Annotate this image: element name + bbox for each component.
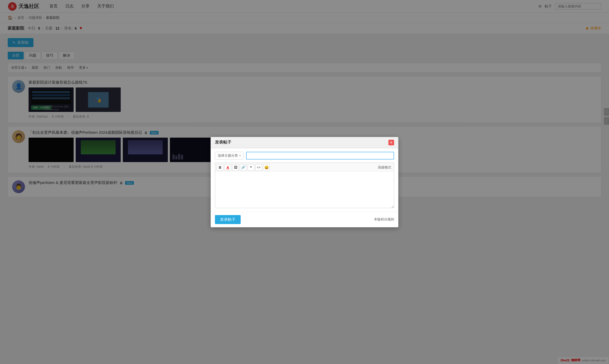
editor-textarea[interactable] [215,172,394,205]
modal-body: 选择主题分类 ▾ B A 🖼 🔗 ❝ [211,148,398,205]
quote-icon: ❝ [250,165,252,170]
category-select[interactable]: 选择主题分类 ▾ [215,152,243,159]
emoji-icon: 😀 [264,165,269,170]
modal-header: 发表帖子 ✕ [211,137,398,148]
toolbar-link-button[interactable]: 🔗 [240,164,247,171]
toolbar-code-button[interactable]: <> [255,164,262,171]
modal-title: 发表帖子 [215,140,231,145]
editor-toolbar: B A 🖼 🔗 ❝ <> 😀 [215,163,394,172]
category-dropdown-icon: ▾ [239,154,241,157]
toolbar-fontcolor-button[interactable]: A [224,164,231,171]
modal-top-row: 选择主题分类 ▾ [215,152,394,159]
link-icon: 🔗 [241,165,245,169]
modal-close-button[interactable]: ✕ [388,140,394,145]
toolbar-image-button[interactable]: 🖼 [232,164,239,171]
modal: 发表帖子 ✕ 选择主题分类 ▾ B A [211,137,398,205]
image-icon: 🖼 [234,165,237,169]
toolbar-quote-button[interactable]: ❝ [248,164,254,171]
toolbar-emoji-button[interactable]: 😀 [263,164,270,171]
advanced-mode-link[interactable]: 高级模式 [378,165,392,170]
code-icon: <> [257,166,260,169]
modal-overlay[interactable]: 发表帖子 ✕ 选择主题分类 ▾ B A [0,0,609,205]
toolbar-bold-button[interactable]: B [217,164,223,171]
post-title-input[interactable] [246,152,394,159]
close-icon: ✕ [390,140,393,145]
category-label: 选择主题分类 [218,153,238,158]
